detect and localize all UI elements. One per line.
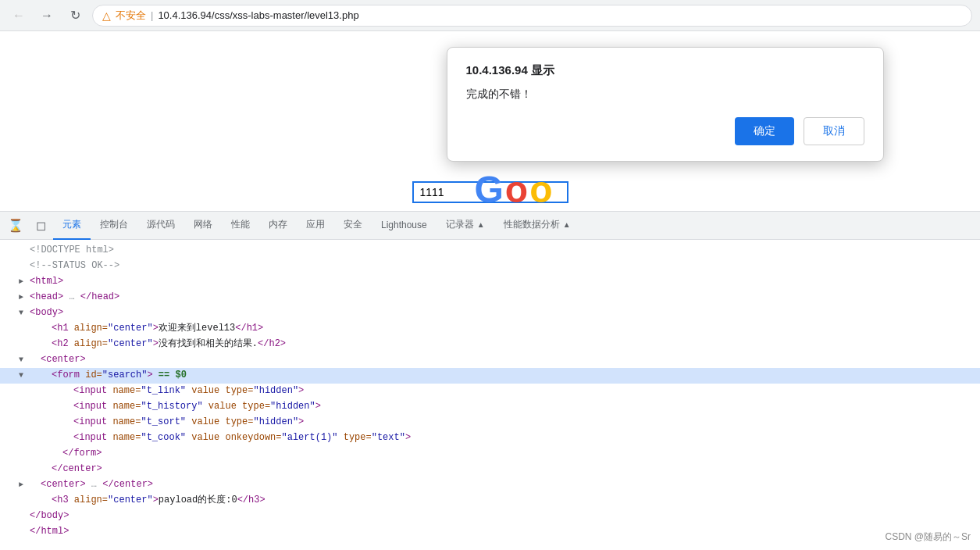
logo-letter-g: G: [475, 168, 504, 211]
source-line-status: <!--STATUS OK-->: [0, 259, 980, 274]
security-warning-icon: △: [102, 9, 111, 22]
forward-button[interactable]: →: [36, 5, 58, 27]
source-line-doctype: <!DOCTYPE html>: [0, 243, 980, 259]
tab-recorder[interactable]: 记录器 ▲: [437, 212, 494, 240]
watermark: CSDN @随易的～Sr: [885, 530, 971, 544]
alert-buttons: 确定 取消: [466, 117, 864, 145]
source-line-html: ► <html>: [0, 274, 980, 290]
source-line-body-open: ▼ <body>: [0, 305, 980, 321]
source-line-h2: <h2 align= "center" > 没有找到和相关的结果. </h2>: [0, 337, 980, 352]
alert-cancel-button[interactable]: 取消: [804, 117, 864, 145]
url-warning-label: 不安全: [116, 9, 146, 23]
source-line-input-t_history: <input name= "t_history" value type= "hi…: [0, 399, 980, 415]
tab-perf-insights[interactable]: 性能数据分析 ▲: [494, 212, 580, 240]
devtools-tabs-bar: ⌛ ◻ 元素 控制台 源代码 网络 性能 内存 应用 安全 Lighthouse…: [0, 212, 980, 240]
url-separator: |: [151, 9, 153, 21]
tab-memory[interactable]: 内存: [259, 212, 297, 240]
source-line-form-close: </form>: [0, 446, 980, 462]
tab-network[interactable]: 网络: [184, 212, 222, 240]
recorder-badge: ▲: [477, 220, 485, 229]
tab-console[interactable]: 控制台: [91, 212, 137, 240]
source-line-input-t_sort: <input name= "t_sort" value type= "hidde…: [0, 415, 980, 430]
logo-letter-o1: o: [505, 168, 528, 211]
tab-elements[interactable]: 元素: [53, 212, 91, 240]
back-button[interactable]: ←: [8, 5, 30, 27]
alert-message: 完成的不错！: [466, 88, 864, 102]
source-line-center-close: </center>: [0, 462, 980, 477]
source-line-body-close: </body>: [0, 509, 980, 524]
page-logo: G o o: [475, 168, 553, 211]
tab-lighthouse[interactable]: Lighthouse: [372, 212, 437, 240]
perf-insights-badge: ▲: [563, 220, 571, 229]
reload-button[interactable]: ↻: [64, 5, 86, 27]
tab-performance[interactable]: 性能: [222, 212, 259, 240]
source-line-input-t_cook: <input name= "t_cook" value onkeydown= "…: [0, 430, 980, 446]
source-line-input-t_link: <input name= "t_link" value type= "hidde…: [0, 384, 980, 399]
alert-dialog: 10.4.136.94 显示 完成的不错！ 确定 取消: [447, 47, 884, 162]
devtools-panel: ⌛ ◻ 元素 控制台 源代码 网络 性能 内存 应用 安全 Lighthouse…: [0, 211, 980, 550]
source-line-center2: ► <center> … </center>: [0, 477, 980, 493]
browser-toolbar: ← → ↻ △ 不安全 | 10.4.136.94/css/xss-labs-m…: [0, 0, 980, 31]
logo-letter-o2: o: [529, 168, 552, 211]
source-line-form[interactable]: ▼ <form id= "search" > == $0: [0, 368, 980, 384]
source-line-h3: <h3 align= "center" > payload的长度:0 </h3>: [0, 493, 980, 509]
alert-confirm-button[interactable]: 确定: [735, 117, 794, 145]
tab-security[interactable]: 安全: [334, 212, 372, 240]
source-line-head: ► <head> … </head>: [0, 290, 980, 305]
page-area: 10.4.136.94 显示 完成的不错！ 确定 取消 G o o: [0, 31, 980, 211]
devtools-inspect-icon[interactable]: ⌛: [3, 213, 28, 238]
address-bar[interactable]: △ 不安全 | 10.4.136.94/css/xss-labs-master/…: [92, 5, 972, 27]
devtools-device-icon[interactable]: ◻: [28, 213, 53, 238]
alert-title: 10.4.136.94 显示: [466, 63, 864, 78]
source-line-html-close: </html>: [0, 524, 980, 540]
url-text: 10.4.136.94/css/xss-labs-master/level13.…: [158, 9, 358, 21]
source-view: <!DOCTYPE html> <!--STATUS OK--> ► <html…: [0, 240, 980, 550]
tab-sources[interactable]: 源代码: [137, 212, 184, 240]
source-line-center-open: ▼ <center>: [0, 352, 980, 368]
tab-application[interactable]: 应用: [297, 212, 334, 240]
source-line-h1: <h1 align= "center" > 欢迎来到level13 </h1>: [0, 321, 980, 337]
